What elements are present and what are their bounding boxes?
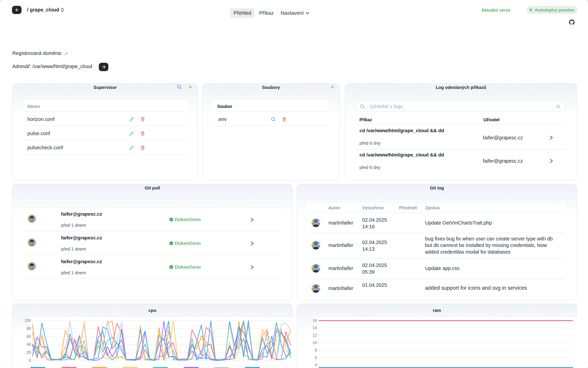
svg-text:60: 60 (27, 334, 31, 339)
svg-text:40: 40 (27, 342, 31, 347)
svg-text:4: 4 (315, 363, 317, 367)
svg-text:8: 8 (315, 348, 317, 352)
svg-text:6: 6 (315, 355, 317, 360)
svg-text:80: 80 (27, 326, 31, 331)
svg-text:100: 100 (24, 318, 31, 323)
svg-text:10: 10 (312, 340, 317, 345)
svg-text:0: 0 (29, 358, 31, 363)
svg-text:20: 20 (27, 350, 31, 355)
svg-text:14: 14 (312, 326, 317, 330)
svg-text:12: 12 (312, 333, 317, 338)
svg-text:16: 16 (312, 318, 317, 323)
